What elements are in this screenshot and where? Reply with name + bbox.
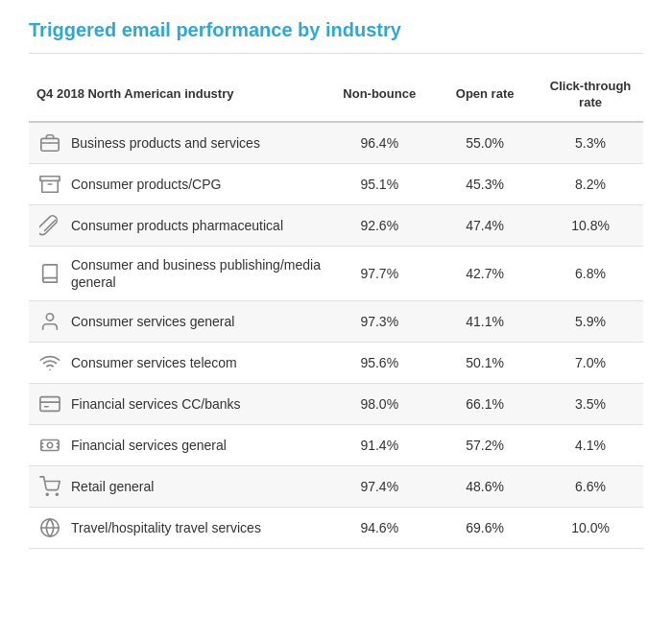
table-row: Consumer services general97.3%41.1%5.9% [29,301,643,343]
table-row: Consumer products pharmaceutical92.6%47.… [29,204,643,246]
svg-point-5 [46,314,53,320]
table-row: Consumer and business publishing/media g… [29,246,643,300]
ctr-value: 7.0% [538,343,643,384]
open-rate-value: 66.1% [432,384,538,425]
row-industry-label: Financial services CC/banks [71,395,241,413]
ctr-value: 8.2% [538,163,643,204]
open-rate-value: 55.0% [432,122,538,164]
non-bounce-value: 92.6% [326,204,432,246]
col-non-bounce: Non-bounce [326,71,432,122]
briefcase-icon [36,132,63,154]
col-industry: Q4 2018 North American industry [29,71,326,122]
row-label-cell: Retail general [29,466,326,508]
table-row: Consumer services telecom95.6%50.1%7.0% [29,343,643,384]
non-bounce-value: 95.1% [326,163,432,204]
ctr-value: 6.8% [538,246,643,300]
row-label-cell: Consumer services general [29,301,326,343]
ctr-value: 10.8% [538,204,643,246]
ctr-value: 5.3% [538,122,643,164]
pill-icon [36,215,63,236]
non-bounce-value: 95.6% [326,343,432,384]
open-rate-value: 50.1% [432,343,538,384]
table-row: Financial services CC/banks98.0%66.1%3.5… [29,384,643,425]
globe-icon [36,517,63,538]
data-table: Q4 2018 North American industry Non-boun… [29,71,643,549]
row-industry-label: Consumer and business publishing/media g… [71,256,321,291]
row-label-cell: Consumer products/CPG [29,163,326,204]
row-industry-label: Retail general [71,478,154,495]
row-label-cell: Travel/hospitality travel services [29,508,326,549]
wifi-icon [36,352,63,373]
table-row: Travel/hospitality travel services94.6%6… [29,508,643,549]
row-label-cell: Consumer products pharmaceutical [29,204,326,246]
non-bounce-value: 97.3% [326,301,432,343]
table-row: Business products and services96.4%55.0%… [29,122,643,164]
table-row: Consumer products/CPG95.1%45.3%8.2% [29,163,643,204]
open-rate-value: 45.3% [432,163,538,204]
row-industry-label: Travel/hospitality travel services [71,519,261,536]
box-icon [36,174,63,195]
open-rate-value: 47.4% [432,204,538,246]
row-industry-label: Consumer products/CPG [71,176,221,193]
table-row: Retail general97.4%48.6%6.6% [29,466,643,508]
svg-rect-7 [40,397,60,412]
svg-rect-0 [41,138,59,151]
open-rate-value: 57.2% [432,425,538,466]
row-label-cell: Consumer and business publishing/media g… [29,246,326,300]
ctr-value: 10.0% [538,508,643,549]
ctr-value: 6.6% [538,466,643,508]
credit-card-icon [36,393,63,415]
open-rate-value: 42.7% [432,246,538,300]
svg-point-13 [56,493,58,495]
money-icon [36,435,63,456]
non-bounce-value: 96.4% [326,122,432,164]
ctr-value: 5.9% [538,301,643,343]
row-industry-label: Consumer services telecom [71,354,237,371]
non-bounce-value: 97.4% [326,466,432,508]
svg-rect-10 [41,440,59,451]
row-industry-label: Consumer services general [71,313,234,330]
non-bounce-value: 94.6% [326,508,432,549]
non-bounce-value: 98.0% [326,384,432,425]
svg-rect-2 [40,177,60,181]
ctr-value: 4.1% [538,425,643,466]
table-row: Financial services general91.4%57.2%4.1% [29,425,643,466]
svg-point-11 [47,442,53,448]
row-label-cell: Consumer services telecom [29,343,326,384]
open-rate-value: 69.6% [432,508,538,549]
col-open-rate: Open rate [432,71,538,122]
row-label-cell: Financial services CC/banks [29,384,326,425]
open-rate-value: 48.6% [432,466,538,508]
row-industry-label: Business products and services [71,134,260,152]
book-icon [36,263,63,284]
cart-icon [36,476,63,497]
svg-point-12 [46,493,48,495]
row-label-cell: Business products and services [29,122,326,164]
open-rate-value: 41.1% [432,301,538,343]
row-industry-label: Financial services general [71,437,227,454]
col-ctr: Click-through rate [538,71,643,122]
non-bounce-value: 97.7% [326,246,432,300]
chart-title: Triggered email performance by industry [29,19,643,54]
row-label-cell: Financial services general [29,425,326,466]
non-bounce-value: 91.4% [326,425,432,466]
row-industry-label: Consumer products pharmaceutical [71,217,283,234]
person-icon [36,311,63,332]
ctr-value: 3.5% [538,384,643,425]
